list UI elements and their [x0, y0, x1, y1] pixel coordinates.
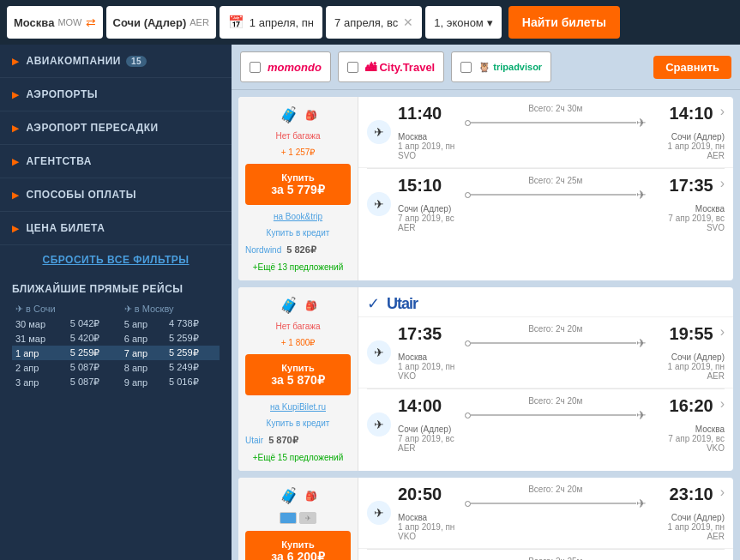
- sidebar-filter-4[interactable]: ▶ СПОСОБЫ ОПЛАТЫ: [0, 178, 232, 212]
- filter-header-3[interactable]: ▶ АГЕНТСТВА: [0, 145, 232, 178]
- arrow-icon: ▶: [12, 224, 20, 233]
- tripadvisor-logo[interactable]: 🦉 tripadvisor: [451, 51, 551, 82]
- flight-locations-row: Москва 1 апр 2019, пн VKO Сочи (Адлер) 1…: [398, 352, 725, 381]
- nearest-to-sochi-header: ✈ в Сочи: [12, 302, 121, 316]
- date-in-field[interactable]: 7 апреля, вс ✕: [326, 6, 422, 39]
- momondo-checkbox[interactable]: [250, 62, 261, 73]
- dep-time-block: 17:35: [398, 324, 458, 344]
- airline-row: Utair 5 870₽: [245, 435, 351, 446]
- arr-location-block: Сочи (Адлер) 1 апр 2019, пн AER: [665, 513, 725, 541]
- dep-location-block: Москва 1 апр 2019, пн SVO: [398, 132, 458, 160]
- book-site-link[interactable]: на Book&trip: [274, 212, 322, 221]
- flight-details-button[interactable]: ›: [720, 324, 725, 340]
- clear-date-icon[interactable]: ✕: [403, 15, 413, 29]
- arr-date: 7 апр 2019, вс: [665, 214, 725, 223]
- filter-header-4[interactable]: ▶ СПОСОБЫ ОПЛАТЫ: [0, 178, 232, 211]
- filter-label: АВИАКОМПАНИИ: [27, 55, 121, 67]
- arr-time-block: 14:10: [653, 104, 713, 123]
- filter-header-2[interactable]: ▶ АЭРОПОРТ ПЕРЕСАДКИ: [0, 111, 232, 144]
- filter-header-0[interactable]: ▶ АВИАКОМПАНИИ 15: [0, 45, 232, 77]
- nearest-date-out: 31 мар: [12, 331, 67, 346]
- route-line: ✈: [465, 188, 647, 202]
- flight-card-0: 🧳 🎒 Нет багажа + 1 257₽ Купить за 5 779₽…: [238, 97, 733, 280]
- nearest-table-row[interactable]: 2 апр 5 087₽ 8 апр 5 249₽: [12, 360, 220, 375]
- buy-button-0[interactable]: Купить за 5 779₽: [245, 164, 351, 205]
- airline-logo-icon: ✈: [367, 340, 391, 364]
- sidebar-filter-3[interactable]: ▶ АГЕНТСТВА: [0, 145, 232, 178]
- citytravel-name: 🏙 City.Travel: [365, 61, 435, 74]
- airline-logo-icon: ✈: [367, 412, 391, 437]
- bag-plus-price: + 1 257₽: [281, 148, 316, 157]
- arrow-icon: ▶: [12, 90, 20, 99]
- flight-details-button[interactable]: ›: [720, 396, 725, 412]
- flight-row-0: ✈ 11:40 Всего: 2ч 30м ✈: [358, 97, 733, 168]
- dest-code: AER: [190, 17, 209, 27]
- flight-details-button[interactable]: ›: [720, 557, 725, 560]
- citytravel-logo[interactable]: 🏙 City.Travel: [338, 51, 444, 82]
- flight-details-button[interactable]: ›: [720, 176, 725, 191]
- sidebar-filter-5[interactable]: ▶ ЦЕНА БИЛЕТА: [0, 212, 232, 245]
- nearest-price-out: 5 420₽: [67, 331, 121, 346]
- dep-code: VKO: [398, 532, 458, 541]
- arr-location-block: Москва 7 апр 2019, вс VKO: [665, 425, 725, 453]
- nearest-table: ✈ в Сочи ✈ в Москву 30 мар 5 042₽ 5 апр …: [12, 302, 220, 389]
- buy-price: за 5 870₽: [257, 373, 339, 387]
- flight-card-left-1: 🧳 🎒 Нет багажа + 1 800₽ Купить за 5 870₽…: [238, 287, 358, 471]
- reset-filters-button[interactable]: СБРОСИТЬ ВСЕ ФИЛЬТРЫ: [0, 245, 232, 274]
- flight-times-row: 20:50 Всего: 2ч 20м ✈ 23:10: [398, 485, 725, 513]
- search-button[interactable]: Найти билеты: [508, 6, 620, 39]
- compare-button[interactable]: Сравнить: [653, 56, 731, 79]
- flight-row-1: ✈ 15:10 Всего: 2ч 25м ✈: [358, 169, 733, 239]
- dep-location-block: Сочи (Адлер) 7 апр 2019, вс AER: [398, 204, 458, 232]
- dep-time: 17:35: [398, 324, 458, 344]
- momondo-name: momondo: [268, 61, 322, 74]
- buy-button-2[interactable]: Купить за 6 200₽: [245, 531, 351, 560]
- filter-header-5[interactable]: ▶ ЦЕНА БИЛЕТА: [0, 212, 232, 244]
- credit-link[interactable]: Купить в кредит: [267, 418, 330, 428]
- nearest-table-row[interactable]: 1 апр 5 259₽ 7 апр 5 259₽: [12, 346, 220, 360]
- arr-time: 23:10: [653, 485, 713, 504]
- nearest-table-row[interactable]: 3 апр 5 087₽ 9 апр 5 016₽: [12, 375, 220, 389]
- sidebar-filter-0[interactable]: ▶ АВИАКОМПАНИИ 15: [0, 45, 232, 78]
- nearest-table-row[interactable]: 30 мар 5 042₽ 5 апр 4 738₽: [12, 316, 220, 331]
- nearest-price-in: 5 249₽: [165, 360, 220, 375]
- buy-button-1[interactable]: Купить за 5 870₽: [245, 354, 351, 395]
- baggage-row: 🧳 🎒: [280, 296, 317, 315]
- bag-plus-price: + 1 800₽: [281, 338, 316, 347]
- flight-locations-row: Сочи (Адлер) 7 апр 2019, вс AER Москва 7…: [398, 425, 725, 453]
- plane-icon: ✈: [15, 304, 23, 314]
- credit-link[interactable]: Купить в кредит: [267, 228, 330, 238]
- filter-label: СПОСОБЫ ОПЛАТЫ: [27, 189, 137, 201]
- origin-field[interactable]: Москва MOW ⇄: [7, 6, 103, 39]
- momondo-logo[interactable]: momondo: [240, 51, 331, 82]
- dep-code: SVO: [398, 151, 458, 160]
- nearest-price-out: 5 087₽: [67, 360, 121, 375]
- book-site-link[interactable]: на KupiBilet.ru: [270, 402, 326, 412]
- airline-price: 5 870₽: [268, 435, 298, 446]
- flight-duration: Всего: 2ч 30м: [528, 104, 582, 113]
- arr-city: Москва: [665, 204, 725, 214]
- dep-code: AER: [398, 443, 458, 453]
- more-offers-link[interactable]: +Ещё 13 предложений: [253, 262, 343, 272]
- flight-row-0: ✈ 17:35 Всего: 2ч 20м ✈: [358, 317, 733, 388]
- arr-time: 17:35: [653, 557, 713, 560]
- nearest-table-row[interactable]: 31 мар 5 420₽ 6 апр 5 259₽: [12, 331, 220, 346]
- more-offers-link[interactable]: +Ещё 15 предложений: [253, 453, 343, 462]
- utair-header: ✓ Utair: [358, 287, 733, 317]
- flight-locations-row: Москва 1 апр 2019, пн SVO Сочи (Адлер) 1…: [398, 132, 725, 160]
- sidebar-filter-1[interactable]: ▶ АЭРОПОРТЫ: [0, 78, 232, 111]
- tripadvisor-checkbox[interactable]: [460, 62, 472, 73]
- sidebar-filter-2[interactable]: ▶ АЭРОПОРТ ПЕРЕСАДКИ: [0, 111, 232, 145]
- date-out-field[interactable]: 📅 1 апреля, пн: [220, 6, 322, 39]
- flight-times-row: 17:35 Всего: 2ч 20м ✈ 19:55: [398, 324, 725, 352]
- flight-mid-block: Всего: 2ч 20м ✈: [458, 485, 653, 513]
- class-field[interactable]: 1, эконом ▾: [425, 6, 502, 39]
- dest-field[interactable]: Сочи (Адлер) AER: [106, 6, 216, 39]
- buy-label: Купить: [257, 363, 339, 373]
- sidebar: ▶ АВИАКОМПАНИИ 15 ▶ АЭРОПОРТЫ ▶ АЭРОПОРТ…: [0, 45, 232, 560]
- flight-details-button[interactable]: ›: [720, 104, 725, 119]
- filter-header-1[interactable]: ▶ АЭРОПОРТЫ: [0, 78, 232, 111]
- flight-details-button[interactable]: ›: [720, 485, 725, 500]
- swap-icon: ⇄: [86, 15, 96, 29]
- citytravel-checkbox[interactable]: [347, 62, 358, 73]
